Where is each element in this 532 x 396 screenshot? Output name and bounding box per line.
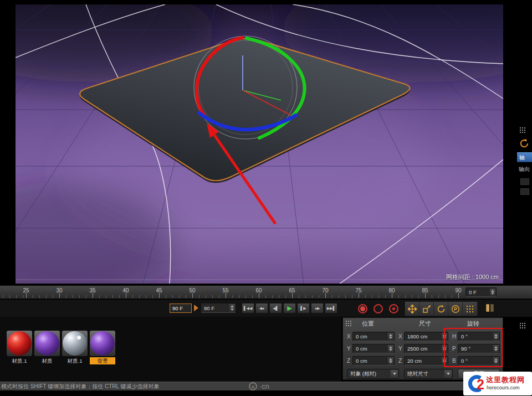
- timeline-ruler[interactable]: 25 30 35 40 45 50 55 60 65 70 75 80 85 9…: [0, 285, 532, 299]
- record-scale-toggle[interactable]: [420, 302, 434, 316]
- goto-start-button[interactable]: ▌◀◀: [242, 303, 254, 313]
- svg-text:2: 2: [477, 377, 484, 392]
- stepper[interactable]: [388, 345, 393, 352]
- viewport-3d[interactable]: [16, 4, 503, 284]
- ruler-tick-label: 70: [317, 287, 334, 294]
- site-logo-icon: 2: [465, 374, 485, 393]
- panel-toggle-icon[interactable]: [485, 303, 494, 313]
- ruler-tick-label: 75: [350, 287, 367, 294]
- material-thumbnail[interactable]: [62, 331, 88, 356]
- size-x-field[interactable]: 1800 cm: [404, 332, 448, 341]
- coordinate-mode-dropdown[interactable]: 对象 (相对): [347, 369, 399, 379]
- material-name[interactable]: 材质.1: [62, 357, 88, 364]
- ruler-tick-label: 25: [18, 287, 34, 294]
- position-x-field[interactable]: 0 cm: [352, 332, 395, 341]
- material-thumbnail[interactable]: [90, 331, 115, 356]
- material-name[interactable]: 材质: [34, 357, 60, 364]
- ruler-tick-label: 60: [250, 287, 267, 294]
- material-name-selected[interactable]: 背景: [90, 357, 115, 364]
- stepper[interactable]: [490, 289, 495, 296]
- record-parameter-toggle[interactable]: P: [448, 302, 463, 316]
- rotation-column-title: 旋转: [467, 320, 479, 328]
- material-sphere-preview: [35, 331, 59, 356]
- autokeying-button[interactable]: [374, 304, 383, 313]
- move-icon: [408, 305, 417, 313]
- position-y-field[interactable]: 0 cm: [352, 344, 395, 353]
- size-y-label: Y: [398, 346, 402, 352]
- record-rotation-toggle[interactable]: [434, 302, 448, 316]
- size-z-field[interactable]: 20 cm: [404, 356, 448, 366]
- keyframe-selection-button[interactable]: [389, 304, 398, 313]
- material-thumbnail[interactable]: [34, 331, 60, 356]
- material-thumbnail[interactable]: [7, 331, 32, 356]
- timeline-end-marker[interactable]: 90 F: [170, 304, 192, 313]
- ruler-tick-label: 45: [151, 287, 167, 294]
- stepper[interactable]: [388, 333, 393, 340]
- site-url: herecours.com: [487, 385, 520, 390]
- transport-bar: 90 F 90 F ▌◀◀ ◀● ◀▌ ▶ ▌▶ ●▶ ▶▶▌: [0, 300, 532, 317]
- material-name[interactable]: 材质.1: [7, 357, 32, 364]
- chevron-down-icon[interactable]: [391, 370, 398, 378]
- goto-end-button[interactable]: ▶▶▌: [325, 303, 337, 313]
- cinema4d-window: 网格间距 : 1000 cm 轴 轴向 25 30 35 40 45 50 55…: [0, 0, 532, 396]
- next-key-button[interactable]: ●▶: [311, 303, 324, 313]
- record-point-level-toggle[interactable]: [463, 302, 477, 316]
- position-z-field[interactable]: 0 cm: [352, 356, 395, 366]
- position-column-title: 位置: [362, 320, 374, 328]
- rotation-highlight-annotation: [444, 328, 503, 367]
- material-sphere-preview: [7, 331, 32, 356]
- size-mode-dropdown[interactable]: 绝对尺寸: [404, 369, 453, 379]
- site-name: 这里教程网: [486, 375, 525, 385]
- ruler-tick-label: 50: [184, 287, 201, 294]
- ruler-tick-label: 85: [417, 287, 433, 294]
- size-y-field[interactable]: 2500 cm: [404, 344, 448, 353]
- prev-key-button[interactable]: ◀●: [255, 303, 268, 313]
- next-frame-button[interactable]: ▌▶: [297, 303, 310, 313]
- record-objects-button[interactable]: [358, 304, 367, 313]
- current-frame-field[interactable]: 90 F: [201, 303, 236, 313]
- ruler-tick-label: 40: [117, 287, 134, 294]
- axis-button[interactable]: 轴: [517, 152, 532, 162]
- point-level-icon: [466, 305, 474, 313]
- position-y-label: Y: [347, 346, 351, 352]
- rotate-icon: [437, 305, 446, 313]
- ruler-major-ticks: [0, 293, 462, 298]
- scale-icon: [422, 305, 431, 313]
- parameter-icon: P: [451, 305, 460, 313]
- ruler-tick-label: 80: [383, 287, 400, 294]
- svg-text:P: P: [453, 306, 457, 312]
- record-position-toggle[interactable]: [405, 302, 420, 316]
- stepper[interactable]: [388, 357, 393, 364]
- ruler-tick-label: 35: [84, 287, 101, 294]
- panel-handle-icon[interactable]: [519, 322, 526, 329]
- material-sphere-preview: [90, 331, 115, 356]
- position-x-label: X: [347, 333, 351, 340]
- size-column-title: 尺寸: [419, 320, 431, 328]
- panel-handle-icon[interactable]: [519, 127, 526, 133]
- stepper[interactable]: [229, 304, 235, 312]
- panel-handle-icon[interactable]: [345, 320, 352, 327]
- ruler-tick-label: 55: [217, 287, 234, 294]
- panel-item-icon[interactable]: [520, 178, 529, 185]
- grid-spacing-label: 网格间距 : 1000 cm: [410, 273, 499, 281]
- range-end-field[interactable]: 0 F: [466, 287, 497, 297]
- coordinate-rotate-icon[interactable]: [519, 138, 529, 148]
- chevron-down-icon[interactable]: [444, 370, 452, 378]
- ui-cn-logo-icon: u: [249, 382, 257, 390]
- ruler-tick-label: 30: [51, 287, 68, 294]
- site-watermark: 2 这里教程网 herecours.com: [463, 372, 532, 395]
- position-z-label: Z: [347, 358, 350, 364]
- keyframe-toggle-panel: P: [405, 301, 478, 316]
- prev-frame-button[interactable]: ◀▌: [269, 303, 282, 313]
- material-sphere-preview: [63, 331, 87, 356]
- ui-cn-watermark: u ·cn: [249, 382, 269, 390]
- ruler-tick-label: 90: [450, 287, 467, 294]
- axis-section-label: 轴向: [519, 166, 530, 173]
- ui-cn-watermark-text: ·cn: [259, 382, 269, 390]
- material-manager: 材质.1 材质 材质.1 背景: [0, 317, 341, 382]
- size-z-label: Z: [398, 358, 402, 364]
- play-button[interactable]: ▶: [283, 303, 296, 313]
- timeline-marker-arrow-icon: [194, 305, 198, 311]
- ruler-tick-label: 65: [284, 287, 300, 294]
- panel-item-icon[interactable]: [520, 188, 529, 195]
